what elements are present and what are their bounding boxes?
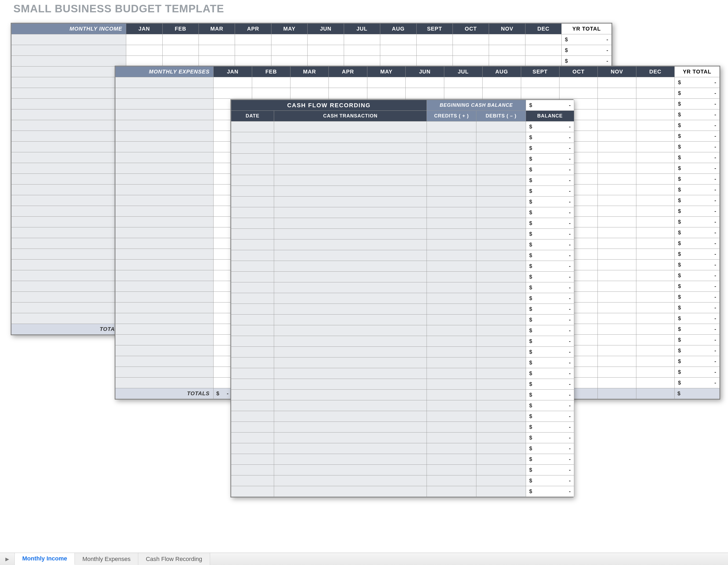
expense-cell[interactable] <box>598 77 636 88</box>
expense-row-label[interactable] <box>115 77 214 88</box>
cashflow-trans-cell[interactable] <box>274 229 427 239</box>
cashflow-date-cell[interactable] <box>231 164 274 175</box>
cashflow-trans-cell[interactable] <box>274 379 427 390</box>
cashflow-trans-cell[interactable] <box>274 390 427 400</box>
cashflow-balance-cell[interactable]: $ <box>526 422 574 433</box>
cashflow-balance-cell[interactable]: $ <box>526 121 574 132</box>
expense-yr-cell[interactable]: $ <box>675 356 720 367</box>
expense-cell[interactable] <box>598 249 636 259</box>
cashflow-debits-cell[interactable] <box>476 443 526 454</box>
cashflow-date-cell[interactable] <box>231 465 274 475</box>
cashflow-debits-cell[interactable] <box>476 164 526 175</box>
cashflow-debits-cell[interactable] <box>476 390 526 400</box>
income-cell[interactable] <box>416 34 453 45</box>
income-row-label[interactable] <box>12 66 126 77</box>
expense-row-label[interactable] <box>115 324 214 335</box>
expense-cell[interactable] <box>598 259 636 270</box>
expense-yr-cell[interactable]: $ <box>675 131 720 142</box>
expense-cell[interactable] <box>636 120 674 131</box>
expense-yr-cell[interactable]: $ <box>675 281 720 292</box>
cashflow-balance-cell[interactable]: $ <box>526 282 574 293</box>
cashflow-balance-cell[interactable]: $ <box>526 293 574 304</box>
cashflow-credits-cell[interactable] <box>427 400 476 411</box>
income-cell[interactable] <box>416 56 453 66</box>
income-row-label[interactable] <box>12 270 126 281</box>
expense-cell[interactable] <box>636 152 674 163</box>
expense-yr-cell[interactable]: $ <box>675 259 720 270</box>
cashflow-date-cell[interactable] <box>231 433 274 443</box>
expense-row-label[interactable] <box>115 303 214 313</box>
cashflow-date-cell[interactable] <box>231 132 274 143</box>
cashflow-trans-cell[interactable] <box>274 475 427 486</box>
cashflow-trans-cell[interactable] <box>274 186 427 196</box>
cashflow-debits-cell[interactable] <box>476 121 526 132</box>
cashflow-debits-cell[interactable] <box>476 422 526 433</box>
tab-cash-flow[interactable]: Cash Flow Recording <box>138 553 210 565</box>
cashflow-trans-cell[interactable] <box>274 368 427 379</box>
cashflow-credits-cell[interactable] <box>427 486 476 497</box>
expense-cell[interactable] <box>290 77 329 88</box>
income-cell[interactable] <box>271 56 307 66</box>
expense-cell[interactable] <box>636 184 674 195</box>
cashflow-debits-cell[interactable] <box>476 304 526 315</box>
cashflow-date-cell[interactable] <box>231 239 274 250</box>
income-row-label[interactable] <box>12 56 126 66</box>
cashflow-credits-cell[interactable] <box>427 336 476 347</box>
income-cell[interactable] <box>126 56 162 66</box>
expense-cell[interactable] <box>559 88 598 99</box>
income-row-label[interactable] <box>12 142 126 152</box>
cashflow-date-cell[interactable] <box>231 486 274 497</box>
income-row-label[interactable] <box>12 195 126 206</box>
cashflow-date-cell[interactable] <box>231 315 274 325</box>
tab-monthly-expenses[interactable]: Monthly Expenses <box>75 553 138 565</box>
income-cell[interactable] <box>453 45 489 56</box>
income-cell[interactable] <box>489 45 525 56</box>
expense-cell[interactable] <box>598 313 636 324</box>
expense-cell[interactable] <box>636 335 674 346</box>
expense-cell[interactable] <box>636 88 674 99</box>
cashflow-balance-cell[interactable]: $ <box>526 239 574 250</box>
income-row-label[interactable] <box>12 217 126 227</box>
expense-cell[interactable] <box>598 356 636 367</box>
cashflow-date-cell[interactable] <box>231 304 274 315</box>
cashflow-date-cell[interactable] <box>231 400 274 411</box>
cashflow-trans-cell[interactable] <box>274 325 427 336</box>
cashflow-date-cell[interactable] <box>231 229 274 239</box>
cashflow-debits-cell[interactable] <box>476 293 526 304</box>
cashflow-credits-cell[interactable] <box>427 304 476 315</box>
income-cell[interactable] <box>235 56 271 66</box>
cashflow-debits-cell[interactable] <box>476 454 526 465</box>
cashflow-trans-cell[interactable] <box>274 347 427 358</box>
expense-row-label[interactable] <box>115 259 214 270</box>
cashflow-balance-cell[interactable]: $ <box>526 250 574 261</box>
expense-cell[interactable] <box>598 292 636 303</box>
income-cell[interactable] <box>235 34 271 45</box>
cashflow-trans-cell[interactable] <box>274 207 427 218</box>
cashflow-balance-cell[interactable]: $ <box>526 379 574 390</box>
expense-yr-cell[interactable]: $ <box>675 227 720 238</box>
expense-yr-cell[interactable]: $ <box>675 378 720 388</box>
expense-cell[interactable] <box>329 88 367 99</box>
expense-cell[interactable] <box>483 88 521 99</box>
cashflow-trans-cell[interactable] <box>274 282 427 293</box>
expense-cell[interactable] <box>636 174 674 184</box>
cashflow-date-cell[interactable] <box>231 207 274 218</box>
cashflow-debits-cell[interactable] <box>476 132 526 143</box>
cashflow-debits-cell[interactable] <box>476 229 526 239</box>
cashflow-debits-cell[interactable] <box>476 186 526 196</box>
cashflow-credits-cell[interactable] <box>427 271 476 282</box>
cashflow-trans-cell[interactable] <box>274 164 427 175</box>
cashflow-balance-cell[interactable]: $ <box>526 143 574 154</box>
cashflow-trans-cell[interactable] <box>274 271 427 282</box>
cashflow-debits-cell[interactable] <box>476 433 526 443</box>
income-cell[interactable] <box>126 34 162 45</box>
cashflow-trans-cell[interactable] <box>274 250 427 261</box>
cashflow-debits-cell[interactable] <box>476 486 526 497</box>
cashflow-debits-cell[interactable] <box>476 325 526 336</box>
cashflow-date-cell[interactable] <box>231 368 274 379</box>
expense-cell[interactable] <box>636 109 674 120</box>
cashflow-trans-cell[interactable] <box>274 154 427 164</box>
expense-row-label[interactable] <box>115 270 214 281</box>
cashflow-debits-cell[interactable] <box>476 250 526 261</box>
income-cell[interactable] <box>199 45 235 56</box>
